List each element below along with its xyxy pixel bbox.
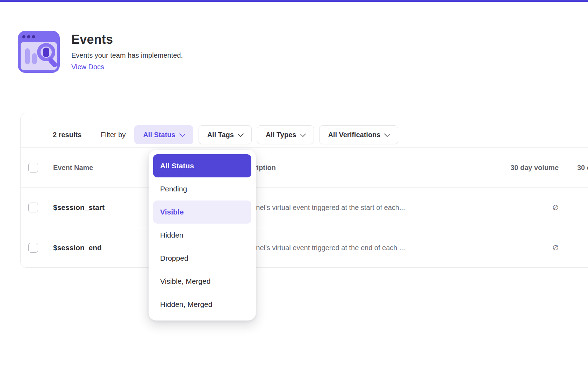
filter-toolbar: 2 results Filter by All Status All Tags … bbox=[53, 126, 403, 144]
chevron-down-icon bbox=[300, 131, 306, 137]
table-row[interactable]: $session_start Mixpanel's virtual event … bbox=[21, 187, 588, 228]
dropdown-item-all-status[interactable]: All Status bbox=[153, 154, 251, 177]
table-header-row: Event Name Description 30 day volume 30 … bbox=[21, 147, 588, 188]
dropdown-item-visible[interactable]: Visible bbox=[153, 200, 251, 224]
filter-all-types[interactable]: All Types bbox=[257, 125, 314, 144]
select-all-checkbox[interactable] bbox=[28, 163, 38, 173]
chevron-down-icon bbox=[179, 131, 185, 137]
event-description: Mixpanel's virtual event triggered at th… bbox=[237, 244, 405, 252]
table-row[interactable]: $session_end Mixpanel's virtual event tr… bbox=[21, 228, 588, 267]
filter-all-types-label: All Types bbox=[266, 131, 296, 139]
event-name: $session_end bbox=[53, 244, 102, 252]
column-header-30-day-volume[interactable]: 30 day volume bbox=[468, 163, 559, 171]
top-accent-bar bbox=[0, 0, 588, 2]
filter-all-tags-label: All Tags bbox=[207, 131, 234, 139]
row-checkbox[interactable] bbox=[28, 243, 38, 253]
dropdown-item-hidden[interactable]: Hidden bbox=[153, 224, 251, 247]
filter-all-tags[interactable]: All Tags bbox=[199, 125, 252, 144]
status-dropdown-menu: All Status Pending Visible Hidden Droppe… bbox=[149, 150, 256, 321]
chevron-down-icon bbox=[384, 131, 390, 137]
dropdown-item-dropped[interactable]: Dropped bbox=[153, 247, 251, 270]
filter-all-verifications[interactable]: All Verifications bbox=[319, 125, 398, 144]
events-panel: 2 results Filter by All Status All Tags … bbox=[20, 113, 588, 268]
page-subtitle: Events your team has implemented. bbox=[71, 51, 183, 59]
dropdown-item-visible-merged[interactable]: Visible, Merged bbox=[153, 270, 251, 293]
results-count: 2 results bbox=[53, 131, 81, 139]
event-30-day-volume: ∅ bbox=[468, 203, 559, 212]
column-header-30-day-clipped[interactable]: 30 d bbox=[577, 163, 588, 171]
row-checkbox[interactable] bbox=[28, 203, 38, 212]
filter-all-verifications-label: All Verifications bbox=[328, 131, 380, 139]
filter-by-label: Filter by bbox=[101, 131, 126, 139]
chevron-down-icon bbox=[237, 131, 244, 137]
event-name: $session_start bbox=[53, 203, 105, 212]
column-header-event-name[interactable]: Event Name bbox=[53, 163, 93, 171]
event-description: Mixpanel's virtual event triggered at th… bbox=[237, 204, 405, 212]
toolbar-divider bbox=[91, 126, 91, 144]
event-30-day-volume: ∅ bbox=[468, 244, 559, 252]
dropdown-item-pending[interactable]: Pending bbox=[153, 177, 251, 200]
filter-all-status-label: All Status bbox=[143, 131, 175, 139]
filter-all-status[interactable]: All Status bbox=[134, 125, 193, 144]
view-docs-link[interactable]: View Docs bbox=[71, 63, 104, 71]
page-title: Events bbox=[71, 32, 113, 47]
dropdown-item-hidden-merged[interactable]: Hidden, Merged bbox=[153, 293, 251, 316]
events-browser-chart-icon bbox=[18, 31, 60, 73]
